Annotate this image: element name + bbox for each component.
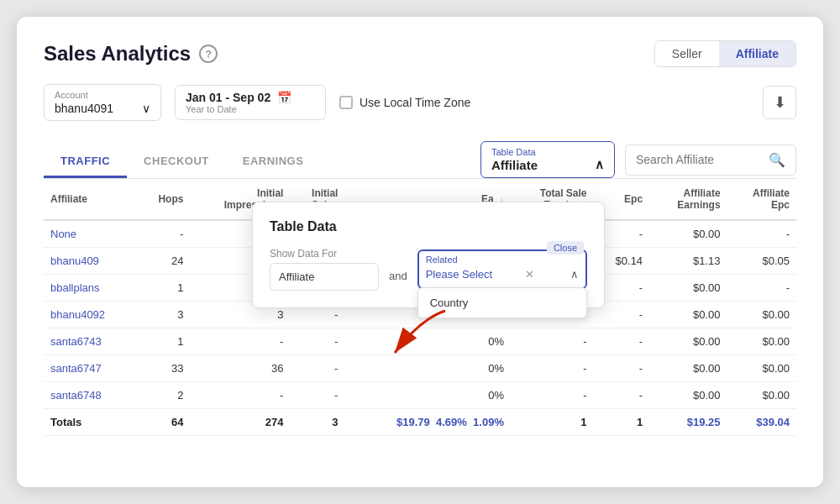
cell-initial-impressions: -: [190, 328, 290, 355]
cell-affiliate-earnings: $0.00: [649, 355, 727, 382]
popup-row: Show Data For Affiliate and Related Plea…: [270, 248, 587, 291]
cell-affiliate-earnings: $0.00: [649, 275, 727, 302]
related-box[interactable]: Related Please Select ✕ ∧ Country: [417, 249, 587, 289]
tab-traffic[interactable]: TRAFFIC: [44, 146, 127, 178]
cell-totals-ea: $19.79 4.69% 1.09%: [344, 409, 511, 436]
header-left: Sales Analytics ?: [44, 42, 218, 66]
affiliate-toggle-btn[interactable]: Affiliate: [719, 41, 795, 66]
close-badge[interactable]: Close: [547, 241, 584, 255]
cell-ea: 0%: [344, 328, 511, 355]
cell-affiliate-epc: -: [727, 275, 796, 302]
chevron-down-icon: ∨: [142, 102, 150, 115]
cell-totals-label: Totals: [44, 409, 137, 436]
table-row: santa6743 1 - - 0% - - $0.00 $0.00: [44, 328, 796, 355]
account-dropdown[interactable]: Account bhanu4091 ∨: [44, 84, 161, 121]
cell-totals-impressions: 274: [190, 409, 290, 436]
cell-affiliate-earnings: $0.00: [649, 382, 727, 409]
date-label: Year to Date: [186, 104, 315, 114]
timezone-label: Use Local Time Zone: [360, 96, 470, 109]
cell-affiliate: bballplans: [44, 275, 137, 302]
cell-initial-impressions: -: [190, 382, 290, 409]
search-icon: 🔍: [769, 152, 785, 168]
header: Sales Analytics ? Seller Affiliate: [44, 40, 796, 67]
chevron-up-icon: ∧: [595, 157, 604, 172]
download-icon: ⬇: [774, 93, 786, 112]
table-data-selector[interactable]: Table Data Affiliate ∧: [480, 141, 615, 178]
related-value: Please Select ✕ ∧: [419, 265, 585, 287]
cell-hops: 1: [137, 328, 190, 355]
th-affiliate-epc: AffiliateEpc: [727, 179, 796, 220]
cell-totals-col8: 1: [593, 409, 649, 436]
cell-totals-sale-earnings: $19.25: [649, 409, 727, 436]
tab-earnings[interactable]: EARNINGS: [226, 146, 321, 178]
cell-initial-impressions: 36: [190, 355, 290, 382]
cell-affiliate: bhanu4092: [44, 302, 137, 328]
cell-hops: 24: [137, 248, 190, 275]
page-title: Sales Analytics: [44, 42, 191, 66]
timezone-checkbox-group[interactable]: Use Local Time Zone: [339, 96, 470, 109]
cell-total-sale-earnings: -: [511, 355, 594, 382]
cell-totals-sales: 3: [290, 409, 344, 436]
popup-box: Table Data Show Data For Affiliate and R…: [252, 202, 605, 308]
cell-affiliate: None: [44, 220, 137, 248]
cell-affiliate: bhanu409: [44, 248, 137, 275]
cell-affiliate-epc: $0.00: [727, 382, 796, 409]
main-card: Sales Analytics ? Seller Affiliate Accou…: [17, 17, 823, 487]
th-hops: Hops: [137, 179, 190, 220]
seller-toggle-btn[interactable]: Seller: [655, 41, 719, 66]
table-row: santa6747 33 36 - 0% - - $0.00 $0.00: [44, 355, 796, 382]
cell-epc: -: [593, 355, 649, 382]
cell-affiliate-earnings: $0.00: [649, 220, 727, 248]
show-data-for-select[interactable]: Affiliate: [270, 263, 379, 291]
help-icon[interactable]: ?: [199, 45, 218, 63]
cell-affiliate-earnings: $0.00: [649, 328, 727, 355]
timezone-checkbox[interactable]: [339, 96, 353, 109]
cell-hops: 1: [137, 275, 190, 302]
calendar-icon: 📅: [277, 91, 291, 104]
cell-affiliate: santa6743: [44, 328, 137, 355]
seller-affiliate-toggle: Seller Affiliate: [654, 40, 796, 67]
filters-row: Account bhanu4091 ∨ Jan 01 - Sep 02 📅 Ye…: [44, 84, 796, 121]
table-data-label: Table Data: [491, 147, 604, 157]
cell-ea: 0%: [344, 382, 511, 409]
search-box: 🔍: [625, 144, 796, 176]
cell-affiliate-epc: $0.00: [727, 302, 796, 328]
cell-affiliate: santa6748: [44, 382, 137, 409]
cell-ea: 0%: [344, 355, 511, 382]
totals-row: Totals 64 274 3 $19.79 4.69% 1.09% 1 1 $…: [44, 409, 796, 436]
show-data-for-label: Show Data For: [270, 248, 379, 260]
date-value: Jan 01 - Sep 02 📅: [186, 91, 315, 104]
cell-initial-sales: -: [290, 355, 344, 382]
tab-checkout[interactable]: CHECKOUT: [127, 146, 226, 178]
cell-hops: 3: [137, 302, 190, 328]
chevron-up-icon[interactable]: ∧: [570, 268, 579, 281]
related-dropdown: Country: [417, 287, 587, 318]
search-area: Table Data Affiliate ∧ 🔍: [480, 141, 796, 178]
cell-initial-sales: -: [290, 382, 344, 409]
cell-affiliate-epc: $0.00: [727, 355, 796, 382]
cell-epc: -: [593, 328, 649, 355]
cell-total-sale-earnings: -: [511, 382, 594, 409]
cell-affiliate-epc: -: [727, 220, 796, 248]
cell-affiliate-epc: $0.00: [727, 328, 796, 355]
cell-affiliate-epc: $0.05: [727, 248, 796, 275]
cell-hops: 2: [137, 382, 190, 409]
popup-title: Table Data: [270, 219, 587, 234]
th-affiliate-earnings: AffiliateEarnings: [649, 179, 727, 220]
account-label: Account: [55, 90, 150, 100]
table-data-popup: Table Data Show Data For Affiliate and R…: [252, 202, 605, 308]
cell-affiliate-earnings: $1.13: [649, 248, 727, 275]
download-button[interactable]: ⬇: [763, 86, 796, 119]
search-input[interactable]: [636, 153, 762, 166]
close-x-icon[interactable]: ✕: [525, 268, 534, 281]
cell-affiliate-earnings: $0.00: [649, 302, 727, 328]
tabs-search-row: TRAFFIC CHECKOUT EARNINGS Table Data Aff…: [44, 141, 796, 178]
cell-totals-hops: 64: [137, 409, 190, 436]
cell-totals-col7: 1: [511, 409, 594, 436]
cell-affiliate: santa6747: [44, 355, 137, 382]
cell-totals-epc: $39.04: [727, 409, 796, 436]
date-filter[interactable]: Jan 01 - Sep 02 📅 Year to Date: [175, 85, 326, 120]
dropdown-item-country[interactable]: Country: [418, 288, 586, 318]
cell-total-sale-earnings: -: [511, 328, 594, 355]
th-affiliate: Affiliate: [44, 179, 137, 220]
